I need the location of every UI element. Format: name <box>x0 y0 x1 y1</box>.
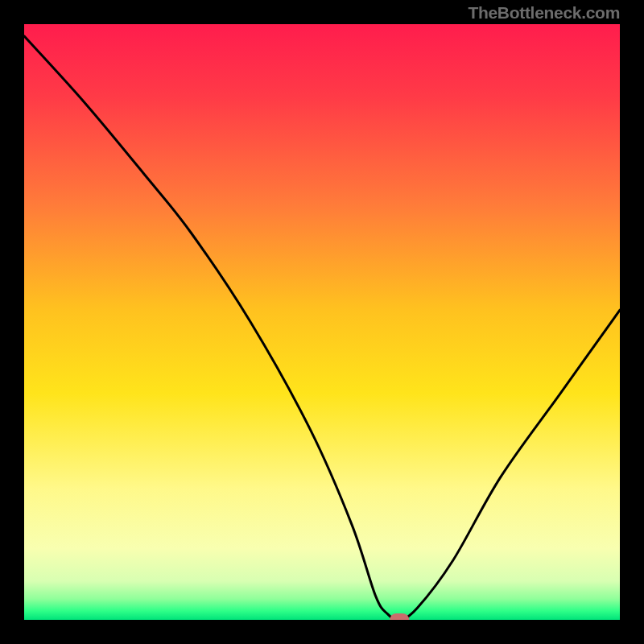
gradient-background <box>24 24 620 620</box>
plot-area <box>24 24 620 620</box>
bottleneck-chart <box>24 24 620 620</box>
chart-frame: TheBottleneck.com <box>0 0 644 644</box>
attribution-watermark: TheBottleneck.com <box>468 3 620 23</box>
